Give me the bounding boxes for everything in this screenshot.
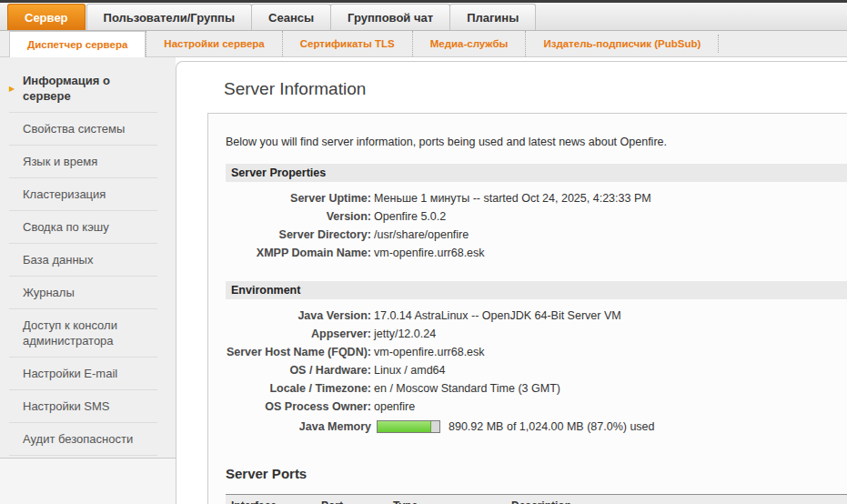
row-java-version: Java Version: 17.0.14 AstraLinux -- Open… — [226, 307, 847, 325]
sidebar-item-security-audit[interactable]: Аудит безопасности — [9, 423, 157, 456]
tab-sessions[interactable]: Сеансы — [251, 4, 331, 30]
subtab-pubsub[interactable]: Издатель-подписчик (PubSub) — [525, 31, 718, 56]
sidebar-item-sms-settings[interactable]: Настройки SMS — [9, 390, 157, 423]
row-appserver: Appserver: jetty/12.0.24 — [226, 325, 847, 343]
row-value: /usr/share/openfire — [371, 226, 469, 244]
sidebar-item-label: Информация о сервере — [23, 74, 110, 103]
java-memory-text: 890.92 MB of 1,024.00 MB (87.0%) used — [449, 418, 655, 436]
intro-text: Below you will find server information, … — [226, 136, 847, 148]
active-item-arrow-icon: ▶ — [9, 81, 15, 96]
row-label: Appserver: — [226, 325, 371, 343]
sidebar-item-server-information[interactable]: ▶ Информация о сервере — [9, 65, 157, 113]
subtab-separator — [718, 35, 719, 53]
subtab-tls-certificates[interactable]: Сертификаты TLS — [282, 31, 412, 56]
sidebar-tail — [0, 459, 176, 504]
row-value: Меньше 1 минуты -- started Oct 24, 2025,… — [371, 189, 651, 207]
row-os-hardware: OS / Hardware: Linux / amd64 — [226, 361, 847, 379]
tab-plugins[interactable]: Плагины — [449, 4, 536, 30]
row-label: Server Host Name (FQDN): — [226, 343, 371, 361]
environment-header: Environment — [226, 281, 847, 299]
sidebar-item-logs[interactable]: Журналы — [9, 277, 157, 309]
row-value: vm-openfire.urr68.esk — [371, 343, 485, 361]
section-server-properties: Server Properties Server Uptime: Меньше … — [226, 164, 847, 262]
section-environment: Environment Java Version: 17.0.14 AstraL… — [226, 281, 847, 436]
sidebar-item-cache-summary[interactable]: Сводка по кэшу — [9, 211, 157, 244]
server-properties-header: Server Properties — [226, 164, 847, 182]
row-host-fqdn: Server Host Name (FQDN): vm-openfire.urr… — [226, 343, 847, 361]
content-area: ▶ Информация о сервере Свойства системы … — [0, 57, 847, 504]
row-value: 17.0.14 AstraLinux -- OpenJDK 64-Bit Ser… — [371, 307, 621, 325]
row-server-directory: Server Directory: /usr/share/openfire — [226, 226, 847, 244]
row-label: OS Process Owner: — [226, 398, 371, 416]
subtab-media-services[interactable]: Медиа-службы — [412, 31, 526, 56]
sidebar: ▶ Информация о сервере Свойства системы … — [0, 57, 176, 504]
column-header-interface: Interface — [226, 495, 316, 504]
row-label: Locale / Timezone: — [226, 379, 371, 398]
row-value: Openfire 5.0.2 — [371, 207, 446, 226]
main-tabbar: Сервер Пользователи/Группы Сеансы Группо… — [0, 3, 847, 31]
sidebar-item-label: Настройки SMS — [23, 399, 110, 413]
sidebar-item-language-time[interactable]: Язык и время — [9, 146, 157, 178]
table-header-row: Interface Port Type Description — [226, 495, 847, 504]
row-label: Java Version: — [226, 307, 371, 325]
column-header-description: Description — [506, 495, 847, 504]
java-memory-bar-fill — [378, 421, 431, 432]
row-server-uptime: Server Uptime: Меньше 1 минуты -- starte… — [226, 189, 847, 207]
sidebar-item-label: Сводка по кэшу — [23, 220, 109, 234]
row-label: Server Directory: — [226, 226, 371, 244]
sub-tabbar: Диспетчер сервера Настройки сервера Серт… — [0, 31, 847, 57]
java-memory-label: Java Memory — [226, 418, 371, 436]
server-info-panel: Below you will find server information, … — [207, 113, 847, 504]
tab-group-chat[interactable]: Групповой чат — [330, 4, 450, 30]
main-panel: Server Information Below you will find s… — [176, 57, 847, 504]
sidebar-item-system-properties[interactable]: Свойства системы — [9, 113, 157, 146]
row-value: jetty/12.0.24 — [371, 325, 436, 343]
server-ports-table: Interface Port Type Description — [226, 494, 847, 504]
row-value: en / Moscow Standard Time (3 GMT) — [371, 379, 560, 398]
sidebar-item-database[interactable]: База данных — [9, 244, 157, 277]
tab-users-groups[interactable]: Пользователи/Группы — [86, 4, 252, 30]
row-label: Version: — [226, 207, 371, 226]
sidebar-item-label: Журналы — [23, 286, 75, 299]
sidebar-item-label: База данных — [23, 253, 93, 267]
row-locale-timezone: Locale / Timezone: en / Moscow Standard … — [226, 379, 847, 398]
row-value: vm-openfire.urr68.esk — [371, 244, 485, 262]
sidebar-item-email-settings[interactable]: Настройки E-mail — [9, 358, 157, 390]
sidebar-item-label: Аудит безопасности — [23, 432, 133, 446]
sidebar-item-label: Кластеризация — [23, 187, 106, 201]
row-os-process-owner: OS Process Owner: openfire — [226, 398, 847, 416]
page-title: Server Information — [224, 79, 847, 99]
server-ports-title: Server Ports — [226, 466, 847, 481]
sidebar-item-clustering[interactable]: Кластеризация — [9, 178, 157, 211]
subtab-server-manager[interactable]: Диспетчер сервера — [9, 31, 146, 57]
sidebar-menu-box: ▶ Информация о сервере Свойства системы … — [0, 57, 176, 459]
sidebar-item-admin-console-access[interactable]: Доступ к консоли администратора — [9, 309, 157, 358]
column-header-port: Port — [316, 495, 388, 504]
main-card: Server Information Below you will find s… — [176, 61, 847, 504]
row-label: Server Uptime: — [226, 189, 371, 207]
row-value: Linux / amd64 — [371, 361, 446, 379]
sidebar-item-label: Доступ к консоли администратора — [23, 318, 117, 348]
sidebar-item-label: Настройки E-mail — [23, 367, 117, 380]
tab-server[interactable]: Сервер — [7, 4, 86, 30]
java-memory-bar — [377, 420, 440, 433]
column-header-type: Type — [388, 495, 506, 504]
row-label: OS / Hardware: — [226, 361, 371, 379]
row-version: Version: Openfire 5.0.2 — [226, 207, 847, 226]
sidebar-item-label: Свойства системы — [23, 122, 125, 136]
sidebar-item-label: Язык и время — [23, 155, 97, 168]
row-label: XMPP Domain Name: — [226, 244, 371, 262]
subtab-server-settings[interactable]: Настройки сервера — [146, 31, 281, 56]
sidebar-menu: ▶ Информация о сервере Свойства системы … — [0, 65, 176, 456]
row-xmpp-domain: XMPP Domain Name: vm-openfire.urr68.esk — [226, 244, 847, 262]
row-java-memory: Java Memory 890.92 MB of 1,024.00 MB (87… — [226, 418, 847, 436]
row-value: openfire — [371, 398, 415, 416]
